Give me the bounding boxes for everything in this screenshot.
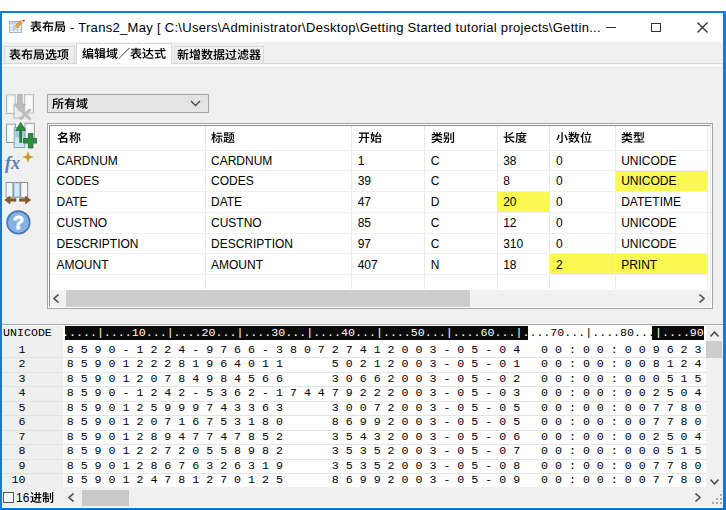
svg-text:?: ? [13, 213, 24, 233]
